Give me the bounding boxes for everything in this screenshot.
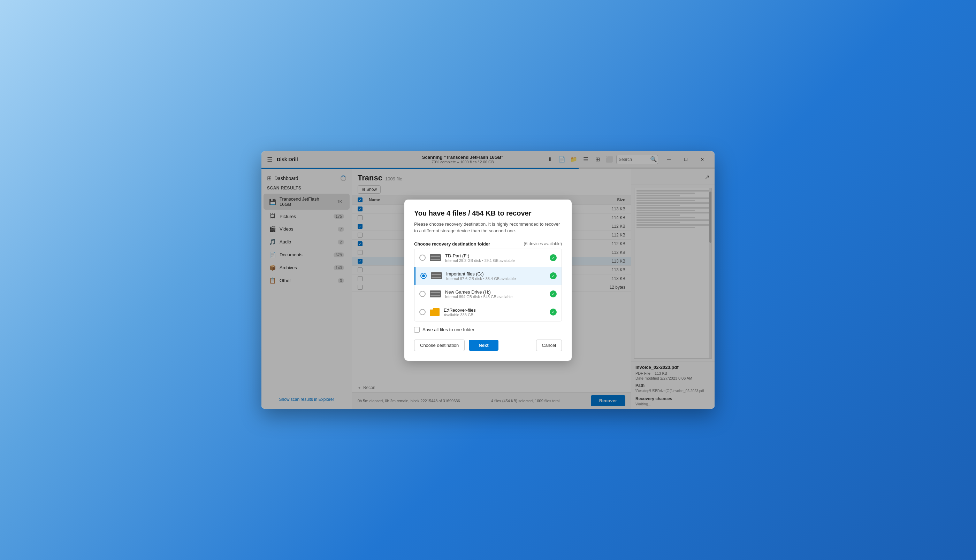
radio-e-recover[interactable] — [419, 309, 426, 315]
hdd-icon-new-games — [430, 290, 441, 297]
dest-detail-td-part: Internal 29.2 GB disk • 29.1 GB availabl… — [445, 258, 545, 263]
dest-info-td-part: TD-Part (F:) Internal 29.2 GB disk • 29.… — [445, 253, 545, 263]
dest-ok-e-recover: ✓ — [550, 308, 557, 315]
folder-icon-e-recover — [430, 308, 440, 316]
destination-list: TD-Part (F:) Internal 29.2 GB disk • 29.… — [414, 249, 562, 322]
dialog-title: You have 4 files / 454 KB to recover — [414, 209, 562, 217]
dest-detail-important-files: Internal 97.6 GB disk • 38.4 GB availabl… — [446, 277, 545, 281]
choose-destination-label: Choose recovery destination folder (6 de… — [414, 241, 562, 247]
choose-destination-button[interactable]: Choose destination — [414, 340, 465, 351]
radio-td-part[interactable] — [419, 255, 426, 261]
save-all-checkbox[interactable] — [414, 327, 419, 333]
dest-detail-new-games: Internal 894 GB disk • 543 GB available — [445, 295, 545, 299]
dest-name-td-part: TD-Part (F:) — [445, 253, 545, 258]
destination-item-important-files[interactable]: Important files (G:) Internal 97.6 GB di… — [414, 267, 562, 285]
dialog-overlay: You have 4 files / 454 KB to recover Ple… — [261, 151, 715, 409]
hdd-icon-td-part — [430, 254, 441, 261]
dialog-actions: Choose destination Next Cancel — [414, 340, 562, 351]
dest-ok-important-files: ✓ — [550, 272, 557, 279]
save-checkbox-row: Save all files to one folder — [414, 327, 562, 333]
devices-available: (6 devices available) — [524, 241, 562, 246]
dest-ok-new-games: ✓ — [550, 290, 557, 297]
dest-name-e-recover: E:\Recover-files — [444, 308, 545, 313]
next-button[interactable]: Next — [469, 340, 498, 351]
app-window: ☰ Disk Drill Scanning "Transcend JetFlas… — [261, 151, 715, 409]
dest-name-new-games: New Games Drive (H:) — [445, 289, 545, 295]
dest-info-new-games: New Games Drive (H:) Internal 894 GB dis… — [445, 289, 545, 299]
destination-item-e-recover[interactable]: E:\Recover-files Available 338 GB ✓ — [414, 303, 562, 321]
radio-important-files[interactable] — [420, 273, 427, 279]
dest-info-important-files: Important files (G:) Internal 97.6 GB di… — [446, 271, 545, 281]
recovery-destination-dialog: You have 4 files / 454 KB to recover Ple… — [404, 200, 572, 361]
save-all-label: Save all files to one folder — [423, 327, 475, 332]
cancel-button[interactable]: Cancel — [536, 340, 562, 351]
radio-new-games[interactable] — [419, 291, 426, 297]
dest-ok-td-part: ✓ — [550, 254, 557, 261]
dest-info-e-recover: E:\Recover-files Available 338 GB — [444, 308, 545, 317]
destination-item-new-games[interactable]: New Games Drive (H:) Internal 894 GB dis… — [414, 285, 562, 303]
dest-name-important-files: Important files (G:) — [446, 271, 545, 277]
dest-detail-e-recover: Available 338 GB — [444, 313, 545, 317]
hdd-icon-important-files — [431, 272, 442, 279]
destination-item-td-part[interactable]: TD-Part (F:) Internal 29.2 GB disk • 29.… — [414, 249, 562, 267]
dialog-description: Please choose recovery destination. It i… — [414, 221, 562, 234]
